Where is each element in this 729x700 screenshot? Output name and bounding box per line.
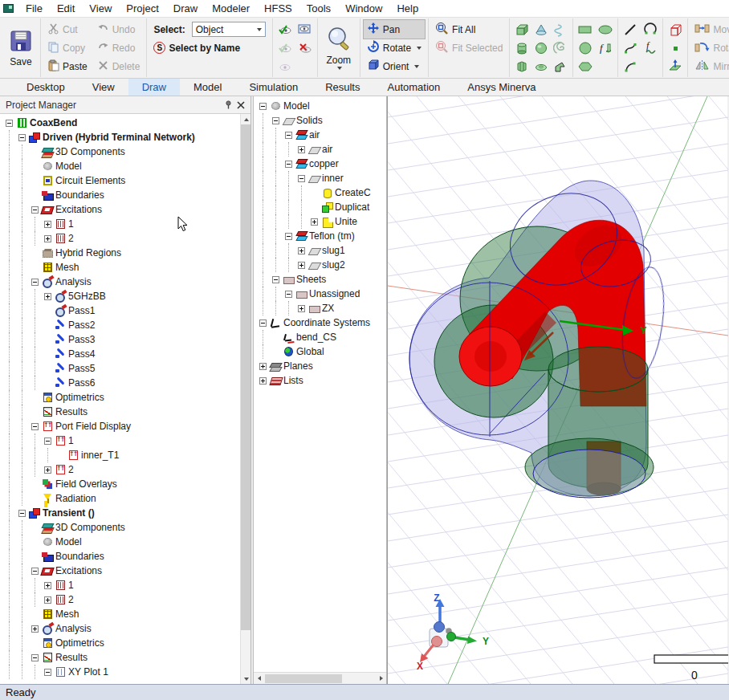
- expander-minus-icon[interactable]: [44, 438, 51, 445]
- menu-project[interactable]: Project: [119, 0, 165, 17]
- tree-node-model[interactable]: Model: [0, 159, 240, 173]
- tree-node-sheets[interactable]: Sheets: [254, 272, 386, 287]
- expander-minus-icon[interactable]: [259, 319, 267, 327]
- draw-equation-surface-button[interactable]: f: [597, 39, 614, 57]
- tree-node-1[interactable]: 1: [0, 578, 240, 592]
- expander-plus-icon[interactable]: [31, 625, 39, 633]
- close-icon[interactable]: [234, 99, 247, 112]
- expander-minus-icon[interactable]: [31, 279, 39, 286]
- tree-node-pass3[interactable]: Pass3: [0, 332, 240, 347]
- tree-node-excitations[interactable]: Excitations: [0, 202, 240, 217]
- expander-plus-icon[interactable]: [44, 596, 51, 604]
- expander-plus-icon[interactable]: [298, 247, 305, 254]
- tree-node-unite[interactable]: Unite: [254, 214, 386, 229]
- model-air-bottom-lobe[interactable]: [533, 450, 646, 498]
- tree-node-createc[interactable]: CreateC: [254, 185, 386, 200]
- tree-node-inner-t1[interactable]: inner_T1: [0, 448, 240, 462]
- expander-minus-icon[interactable]: [285, 291, 292, 298]
- expander-plus-icon[interactable]: [311, 218, 318, 226]
- tree-node-pass2[interactable]: Pass2: [0, 318, 240, 332]
- zoom-button[interactable]: Zoom: [321, 25, 356, 71]
- expander-minus-icon[interactable]: [31, 423, 39, 430]
- draw-torus-button[interactable]: [532, 58, 550, 75]
- tree-node-circuit-elements[interactable]: Circuit Elements: [0, 173, 240, 188]
- tree-node-solids[interactable]: Solids: [254, 113, 386, 128]
- show-selection-visibility-button[interactable]: [276, 39, 294, 57]
- tree-node-lists[interactable]: Lists: [254, 373, 386, 388]
- tree-node-unassigned[interactable]: Unassigned: [254, 287, 386, 301]
- expander-minus-icon[interactable]: [18, 510, 26, 517]
- menu-file[interactable]: File: [18, 0, 50, 17]
- tree-node-xy-plot-1[interactable]: XY Plot 1: [0, 665, 240, 679]
- tree-node-pass4[interactable]: Pass4: [0, 347, 240, 361]
- tree-node-port-field-display[interactable]: Port Field Display: [0, 419, 240, 433]
- tree-node-air[interactable]: air: [254, 142, 386, 157]
- rotate-transform-button[interactable]: Rotate: [691, 39, 729, 57]
- expander-plus-icon[interactable]: [44, 293, 51, 300]
- mirror-button[interactable]: Mirror: [691, 57, 729, 75]
- tree-node-3d-components[interactable]: 3D Components: [0, 520, 240, 535]
- expander-minus-icon[interactable]: [272, 117, 279, 124]
- menu-edit[interactable]: Edit: [50, 0, 82, 17]
- tab-desktop[interactable]: Desktop: [13, 79, 79, 96]
- menu-hfss[interactable]: HFSS: [257, 0, 299, 17]
- hide-all-visibility-button[interactable]: [276, 58, 294, 75]
- pin-icon[interactable]: [222, 99, 234, 112]
- expander-minus-icon[interactable]: [298, 175, 305, 182]
- expander-minus-icon[interactable]: [31, 654, 39, 661]
- tree-node-planes[interactable]: Planes: [254, 359, 386, 373]
- tree-node-driven-hybrid-terminal-network[interactable]: Driven (Hybrid Terminal Network): [0, 130, 240, 144]
- cut-button[interactable]: Cut: [44, 20, 91, 39]
- tree-node-1[interactable]: 1: [0, 433, 240, 448]
- delete-button[interactable]: Delete: [94, 57, 144, 75]
- viewport-3d[interactable]: Y Z Y: [387, 96, 727, 684]
- tree-node-radiation[interactable]: Radiation: [0, 491, 240, 506]
- scroll-left-icon[interactable]: [254, 674, 264, 684]
- draw-cylinder-button[interactable]: [513, 39, 531, 57]
- tree-node-2[interactable]: 2: [0, 231, 240, 246]
- tab-automation[interactable]: Automation: [373, 79, 454, 96]
- tree-node-5ghzbb[interactable]: 5GHzBB: [0, 289, 240, 303]
- scroll-up-icon[interactable]: [241, 114, 250, 124]
- expander-plus-icon[interactable]: [259, 363, 267, 370]
- tree-node-results[interactable]: Results: [0, 405, 240, 419]
- tab-simulation[interactable]: Simulation: [235, 79, 312, 96]
- draw-center-arc-button[interactable]: [621, 58, 639, 75]
- hscrollbar-thumb[interactable]: [265, 674, 342, 683]
- tree-node-transient[interactable]: Transient (): [0, 506, 240, 520]
- orient-button[interactable]: Orient: [364, 57, 425, 75]
- tree-node-slug1[interactable]: slug1: [254, 243, 386, 258]
- tree-node-pass1[interactable]: Pass1: [0, 303, 240, 318]
- draw-region-button[interactable]: [666, 22, 684, 39]
- tree-node-global[interactable]: Global: [254, 344, 386, 359]
- menu-window[interactable]: Window: [338, 0, 389, 17]
- draw-spiral-button[interactable]: [552, 39, 569, 57]
- tree-node-analysis[interactable]: Analysis: [0, 621, 240, 636]
- draw-equation-curve-button[interactable]: f: [641, 39, 659, 57]
- menu-view[interactable]: View: [82, 0, 119, 17]
- menu-tools[interactable]: Tools: [299, 0, 338, 17]
- draw-sphere-button[interactable]: [532, 39, 550, 57]
- menu-help[interactable]: Help: [389, 0, 426, 17]
- tree-node-zx[interactable]: ZX: [254, 301, 386, 315]
- draw-helix-button[interactable]: [552, 21, 569, 39]
- tab-ansys-minerva[interactable]: Ansys Minerva: [454, 79, 549, 96]
- draw-regular-polygon-button[interactable]: [576, 58, 594, 75]
- hide-selection-visibility-button[interactable]: [296, 39, 314, 57]
- expander-minus-icon[interactable]: [285, 161, 292, 168]
- menu-modeler[interactable]: Modeler: [205, 0, 257, 17]
- tree-node-bend-cs[interactable]: bend_CS: [254, 330, 386, 344]
- tab-view[interactable]: View: [79, 79, 128, 96]
- tree-node-3d-components[interactable]: 3D Components: [0, 144, 240, 159]
- expander-minus-icon[interactable]: [285, 233, 292, 240]
- scroll-right-icon[interactable]: [376, 674, 386, 684]
- tree-node-results[interactable]: Results: [0, 650, 240, 665]
- fit-all-button[interactable]: Fit All: [432, 20, 506, 39]
- tree-node-coaxbend[interactable]: CoaxBend: [0, 116, 240, 130]
- select-by-name-button[interactable]: S Select by Name: [150, 39, 268, 57]
- draw-arc-button[interactable]: [641, 21, 659, 39]
- rotate-view-button[interactable]: Rotate: [364, 39, 425, 57]
- select-mode-dropdown[interactable]: Object: [192, 22, 266, 37]
- expander-minus-icon[interactable]: [31, 568, 39, 575]
- expander-plus-icon[interactable]: [44, 221, 51, 228]
